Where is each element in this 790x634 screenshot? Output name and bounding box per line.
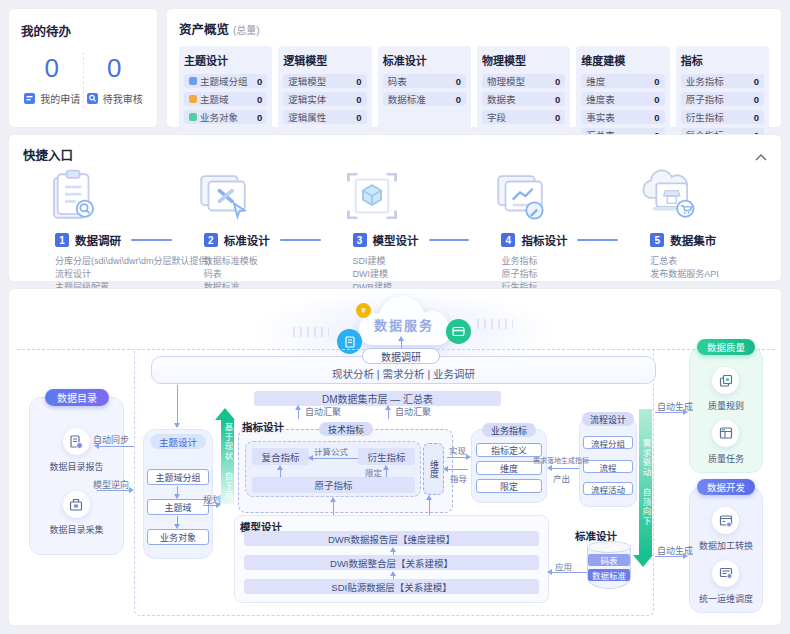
composite-indicator-box[interactable]: 复合指标 <box>252 448 309 465</box>
asset-row[interactable]: 数据表0 <box>482 92 565 106</box>
step-title[interactable]: 标准设计 <box>224 232 270 248</box>
auto-gen-arrow <box>655 556 685 557</box>
model-design-icon <box>343 167 401 225</box>
standard-cylinder: 码表 数据标准 <box>587 541 631 591</box>
step-title[interactable]: 数据调研 <box>75 232 121 248</box>
step-number: 1 <box>55 233 69 247</box>
data-standard-band[interactable]: 数据标准 <box>588 569 630 581</box>
theme-design-pill[interactable]: 主题设计 <box>150 434 206 449</box>
theme-domain-box[interactable]: 主题域 <box>147 499 209 515</box>
model-to-indicator-arrow-head <box>330 497 336 502</box>
data-develop-pill[interactable]: 数据开发 <box>697 479 755 495</box>
asset-row[interactable]: 维度表0 <box>581 92 664 106</box>
business-indicator-pill[interactable]: 业务指标 <box>482 423 536 437</box>
auto-agg-label: 自动汇聚 <box>395 405 431 418</box>
step-item[interactable]: DWI建模 <box>353 268 470 281</box>
catalog-collect-item[interactable]: 数据目录采集 <box>49 491 103 536</box>
step-item[interactable]: 业务指标 <box>501 255 618 268</box>
pending-review-count: 0 <box>84 53 146 83</box>
step-title[interactable]: 指标设计 <box>521 232 567 248</box>
business-object-box[interactable]: 业务对象 <box>147 529 209 545</box>
formula-arrow <box>312 458 358 459</box>
process-activity-box[interactable]: 流程活动 <box>583 482 633 495</box>
quality-task-label: 质量任务 <box>708 452 744 465</box>
catalog-collect-label: 数据目录采集 <box>49 523 103 536</box>
demand-to-indicator-label: 需求落地生成指标 <box>531 455 591 465</box>
dm-mart-layer-bar[interactable]: DM数据集市层 — 汇总表 <box>254 391 501 406</box>
step-item[interactable]: 流程设计 <box>55 268 172 281</box>
data-transform-label: 数据加工转换 <box>699 539 753 552</box>
asset-row[interactable]: 物理模型0 <box>482 74 565 88</box>
step-title[interactable]: 数据集市 <box>670 232 716 248</box>
strip-to-theme-arrow-head <box>174 423 180 428</box>
pending-review-counter[interactable]: 0 待我审核 <box>84 53 146 106</box>
asset-col-header: 标准设计 <box>383 52 466 68</box>
quality-task-item[interactable]: 质量任务 <box>708 420 744 465</box>
auto-gen-arrow-head <box>683 553 688 559</box>
step-item[interactable]: 汇总表 <box>650 255 767 268</box>
data-catalog-pill[interactable]: 数据目录 <box>45 389 109 406</box>
tech-indicator-pill[interactable]: 技术指标 <box>319 422 373 436</box>
asset-row[interactable]: 业务指标0 <box>681 74 764 88</box>
todo-panel: 我的待办 0 我的申请 0 待我审核 <box>8 8 158 128</box>
ops-schedule-label: 统一运维调度 <box>699 592 753 605</box>
asset-row[interactable]: 原子指标0 <box>681 92 764 106</box>
asset-row[interactable]: 数据标准0 <box>383 92 466 106</box>
step-item[interactable]: SDI建模 <box>353 255 470 268</box>
business-object-icon <box>189 113 197 121</box>
data-quality-pill[interactable]: 数据质量 <box>697 339 755 355</box>
limit-label: 限定 <box>365 466 382 478</box>
dwi-layer-bar[interactable]: DWI数据整合层【关系建模】 <box>244 555 539 570</box>
ops-schedule-item[interactable]: 统一运维调度 <box>699 560 753 605</box>
process-design-pill[interactable]: 流程设计 <box>582 412 634 426</box>
review-icon <box>86 92 99 105</box>
apply-arrow <box>551 572 587 573</box>
strip-to-theme-arrow <box>177 385 178 425</box>
step-item[interactable]: 发布数据服务API <box>650 268 767 281</box>
my-applications-count: 0 <box>21 53 83 83</box>
auto-agg-arrow <box>298 409 299 419</box>
code-table-band[interactable]: 码表 <box>588 554 630 566</box>
asset-row[interactable]: 逻辑模型0 <box>283 74 366 88</box>
asset-row[interactable]: 衍生指标0 <box>681 110 764 124</box>
realize-arrow <box>447 457 468 458</box>
process-group-box[interactable]: 流程分组 <box>583 436 633 449</box>
asset-row[interactable]: 维度0 <box>581 74 664 88</box>
atomic-indicator-box[interactable]: 原子指标 <box>252 477 415 493</box>
asset-row[interactable]: 逻辑属性0 <box>283 110 366 124</box>
step-item[interactable]: 数据标准模板 <box>204 255 321 268</box>
limit-arrow-head <box>277 465 283 470</box>
my-applications-label: 我的申请 <box>40 91 80 106</box>
sdi-layer-bar[interactable]: SDI贴源数据层【关系建模】 <box>244 579 539 594</box>
theme-group-box[interactable]: 主题域分组 <box>147 469 209 485</box>
bottom-up-band-head <box>215 408 235 420</box>
step-item[interactable]: 分库分层(sdi\dwi\dwr\dm分层默认提供) <box>55 255 172 268</box>
step-item[interactable]: 码表 <box>204 268 321 281</box>
collapse-chevron-icon[interactable] <box>755 147 767 165</box>
asset-row[interactable]: 码表0 <box>383 74 466 88</box>
asset-col-header: 指标 <box>681 52 764 68</box>
limit-arrow <box>386 469 387 477</box>
step-title[interactable]: 模型设计 <box>373 232 419 248</box>
asset-row[interactable]: 主题域分组0 <box>184 74 267 88</box>
decor-ticks-left <box>293 327 329 337</box>
research-pill[interactable]: 数据调研 <box>362 348 440 364</box>
quality-rule-item[interactable]: 质量规则 <box>708 367 744 412</box>
application-icon <box>23 92 36 105</box>
architecture-diagram: 数据服务 ¥ 数据调研 现状分析 | 需求分析 | 业务调研 DM数据集市层 —… <box>8 288 782 626</box>
asset-overview-subtitle: (总量) <box>233 22 260 37</box>
data-transform-item[interactable]: 数据加工转换 <box>699 507 753 552</box>
asset-row[interactable]: 字段0 <box>482 110 565 124</box>
my-applications-counter[interactable]: 0 我的申请 <box>21 53 83 106</box>
quality-task-icon <box>718 425 734 441</box>
business-limit-box[interactable]: 限定 <box>476 479 542 493</box>
asset-row[interactable]: 事实表0 <box>581 110 664 124</box>
derived-indicator-box[interactable]: 衍生指标 <box>358 448 415 465</box>
step-item[interactable]: 原子指标 <box>501 268 618 281</box>
asset-row[interactable]: 主题域0 <box>184 92 267 106</box>
asset-row[interactable]: 业务对象0 <box>184 110 267 124</box>
dwr-layer-bar[interactable]: DWR数据报告层【维度建模】 <box>244 531 539 546</box>
demand-to-indicator-arrow-head <box>547 465 552 471</box>
asset-row[interactable]: 逻辑实体0 <box>283 92 366 106</box>
dimension-box[interactable]: 维度 <box>423 443 444 495</box>
